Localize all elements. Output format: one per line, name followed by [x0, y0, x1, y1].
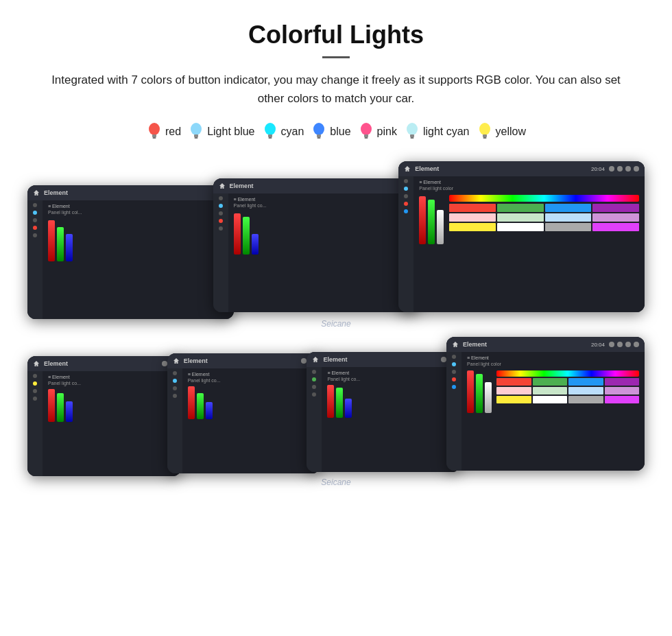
color-grid-3	[449, 204, 639, 231]
device-6: Element ≡	[307, 352, 460, 472]
bar-b6	[345, 399, 352, 418]
device-7-main: ≡ Element Panel light color	[461, 352, 645, 471]
color-item-blue: blue	[311, 121, 350, 142]
bar-r6	[327, 385, 334, 418]
g7-r2c1	[496, 387, 531, 394]
sd-6-2	[312, 377, 316, 381]
sd-4-3	[33, 389, 37, 393]
home-icon-4	[33, 360, 40, 367]
device-3-grid-container	[419, 193, 639, 244]
color-label-lightblue: Light blue	[207, 126, 254, 138]
device-4-sidebar	[27, 371, 43, 476]
bar-r5	[188, 386, 195, 419]
device-6-title: Element	[323, 356, 437, 363]
bulb-icon-cyan	[262, 121, 278, 142]
color-label-lightcyan: light cyan	[423, 126, 470, 138]
device-5-screen: Element ≡	[167, 353, 321, 473]
device-1-subtitle: ≡ Element	[48, 204, 228, 209]
grid-cell-r1c1	[449, 204, 496, 212]
svg-rect-4	[194, 134, 198, 137]
device-2: Element	[213, 178, 420, 312]
home-icon-6	[312, 356, 319, 363]
g7-r3c1	[496, 396, 531, 403]
device-3-sidebar	[398, 176, 413, 312]
svg-point-12	[361, 123, 372, 135]
svg-point-9	[313, 123, 324, 135]
device-3-screen: Element 20:04	[398, 161, 645, 312]
grid-cell-r1c2	[497, 204, 544, 212]
svg-rect-10	[317, 134, 321, 137]
bar-red-3	[419, 196, 426, 244]
svg-rect-2	[153, 137, 156, 139]
home-icon-3	[404, 165, 411, 172]
watermark-1: Seicane	[27, 319, 645, 331]
icon-dot-11	[301, 358, 307, 364]
device-5-main: ≡ Element Panel light co...	[182, 368, 321, 473]
home-icon-5	[173, 357, 180, 364]
icon-dot-17	[625, 342, 631, 347]
device-2-sidebar	[213, 193, 228, 312]
device-7-panel-label: Panel light color	[467, 362, 639, 366]
bar-red-2	[234, 213, 241, 255]
device-1: Element	[27, 185, 234, 319]
device-6-screen: Element ≡	[307, 352, 460, 472]
icon-dot-7	[625, 166, 631, 172]
device-6-bars	[327, 384, 455, 418]
sidebar-dot-11	[404, 179, 408, 183]
bar-green-3	[428, 200, 435, 244]
device-6-body: ≡ Element Panel light co...	[307, 367, 460, 472]
icon-dot-16	[617, 342, 623, 347]
device-5: Element ≡	[167, 353, 321, 473]
bar-g5	[197, 393, 204, 419]
device-1-screen: Element	[27, 185, 234, 319]
device-3-main: ≡ Element Panel light color	[413, 176, 645, 312]
color-item-lightblue: Light blue	[188, 121, 254, 142]
bulb-icon-red	[146, 121, 163, 142]
device-7-topbar: Element 20:04	[446, 337, 645, 352]
color-label-red: red	[165, 126, 181, 138]
g7-r3c2	[533, 396, 567, 403]
svg-point-6	[265, 123, 276, 135]
device-2-body: ≡ Element Panel light co...	[213, 193, 420, 312]
svg-rect-14	[364, 137, 368, 139]
bar-red-1	[48, 220, 55, 261]
device-7-subtitle: ≡ Element	[467, 355, 639, 360]
bulb-icon-pink	[358, 121, 374, 142]
sd-7-2	[452, 362, 456, 366]
device-2-title: Element	[230, 182, 396, 189]
device-5-topbar: Element	[167, 353, 321, 368]
sd-4-2	[33, 381, 37, 386]
sd-4-1	[33, 374, 37, 378]
device-7-time: 20:04	[591, 342, 605, 348]
svg-rect-17	[410, 137, 413, 139]
device-4: Element ≡	[27, 356, 181, 476]
grid-cell-r2c4	[592, 213, 639, 222]
color-label-pink: pink	[377, 126, 397, 138]
device-7: Element 20:04	[446, 337, 645, 471]
bulb-icon-blue	[311, 121, 327, 142]
grid-cell-r2c1	[449, 213, 496, 222]
device-5-subtitle: ≡ Element	[188, 372, 315, 377]
svg-rect-8	[268, 137, 272, 139]
sidebar-dot-12	[404, 187, 408, 191]
sidebar-dot-10	[219, 226, 223, 231]
bar-b5	[206, 402, 213, 419]
device-4-screen: Element ≡	[27, 356, 181, 476]
sidebar-dot-5	[33, 233, 37, 237]
svg-point-3	[191, 123, 202, 135]
bulb-icon-lightblue	[188, 121, 204, 142]
home-icon-7	[452, 341, 459, 348]
page-title: Colorful Lights	[27, 21, 645, 49]
icon-dot-6	[617, 166, 623, 172]
spectrum-bar-3	[449, 195, 639, 202]
grid-cell-r3c4	[592, 223, 639, 231]
bar-green-2	[243, 217, 250, 255]
device-7-icons	[609, 342, 639, 347]
device-3-body: ≡ Element Panel light color	[398, 176, 645, 312]
grid-cell-r3c3	[545, 223, 592, 231]
icon-dot-9	[162, 361, 167, 366]
color-item-red: red	[146, 121, 181, 142]
device-7-title: Element	[463, 341, 587, 348]
g7-r2c4	[605, 387, 639, 394]
device-1-main: ≡ Element Panel light col...	[43, 200, 234, 319]
